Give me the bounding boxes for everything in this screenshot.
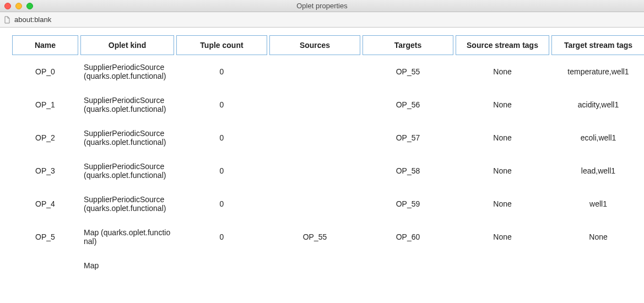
cell-stags: None — [456, 154, 549, 187]
cell-tuple: 0 — [176, 121, 267, 154]
cell-name: OP_0 — [12, 55, 78, 88]
table-row: Map — [12, 253, 644, 278]
cell-sources — [269, 121, 360, 154]
cell-stags: None — [456, 121, 549, 154]
cell-kind: SupplierPeriodicSource (quarks.oplet.fun… — [80, 187, 174, 220]
address-text: about:blank — [14, 15, 51, 24]
table-row: OP_0SupplierPeriodicSource (quarks.oplet… — [12, 55, 644, 88]
cell-name: OP_4 — [12, 187, 78, 220]
cell-sources — [269, 154, 360, 187]
cell-ttags: None — [551, 220, 644, 253]
window-controls — [4, 3, 33, 9]
cell-ttags: acidity,well1 — [551, 88, 644, 121]
cell-targets: OP_60 — [362, 220, 453, 253]
cell-tuple: 0 — [176, 88, 267, 121]
window-title-bar: Oplet properties — [0, 0, 644, 12]
cell-sources — [269, 187, 360, 220]
cell-ttags: lead,well1 — [551, 154, 644, 187]
cell-targets: OP_56 — [362, 88, 453, 121]
col-header-sources: Sources — [269, 35, 360, 55]
cell-targets: OP_55 — [362, 55, 453, 88]
zoom-icon[interactable] — [26, 3, 33, 9]
cell-ttags: temperature,well1 — [551, 55, 644, 88]
minimize-icon[interactable] — [15, 3, 22, 9]
col-header-kind: Oplet kind — [80, 35, 174, 55]
cell-tuple: 0 — [176, 220, 267, 253]
table-row: OP_4SupplierPeriodicSource (quarks.oplet… — [12, 187, 644, 220]
table-body: OP_0SupplierPeriodicSource (quarks.oplet… — [12, 55, 644, 278]
cell-tuple: 0 — [176, 187, 267, 220]
window-title: Oplet properties — [0, 2, 644, 10]
oplet-properties-table: Name Oplet kind Tuple count Sources Targ… — [10, 35, 644, 278]
cell-stags: None — [456, 187, 549, 220]
col-header-targets: Targets — [362, 35, 453, 55]
page-file-icon — [3, 16, 11, 24]
cell-ttags: well1 — [551, 187, 644, 220]
col-header-tuple: Tuple count — [176, 35, 267, 55]
cell-tuple: 0 — [176, 55, 267, 88]
cell-targets: OP_59 — [362, 187, 453, 220]
cell-kind: SupplierPeriodicSource (quarks.oplet.fun… — [80, 121, 174, 154]
cell-targets: OP_58 — [362, 154, 453, 187]
cell-name: OP_5 — [12, 220, 78, 253]
table-row: OP_5Map (quarks.oplet.functional)0OP_55O… — [12, 220, 644, 253]
col-header-source-tags: Source stream tags — [456, 35, 549, 55]
cell-kind: SupplierPeriodicSource (quarks.oplet.fun… — [80, 88, 174, 121]
cell-kind: Map (quarks.oplet.functional) — [80, 220, 174, 253]
cell-name: OP_2 — [12, 121, 78, 154]
cell-stags: None — [456, 220, 549, 253]
address-bar: about:blank — [0, 12, 644, 28]
table-header-row: Name Oplet kind Tuple count Sources Targ… — [12, 35, 644, 55]
cell-sources — [269, 88, 360, 121]
table-row: OP_1SupplierPeriodicSource (quarks.oplet… — [12, 88, 644, 121]
col-header-target-tags: Target stream tags — [551, 35, 644, 55]
close-icon[interactable] — [4, 3, 11, 9]
cell-sources — [269, 55, 360, 88]
cell-ttags: ecoli,well1 — [551, 121, 644, 154]
cell-targets: OP_57 — [362, 121, 453, 154]
cell-name: OP_1 — [12, 88, 78, 121]
cell-name: OP_3 — [12, 154, 78, 187]
content-area: Name Oplet kind Tuple count Sources Targ… — [0, 28, 644, 303]
cell-kind: SupplierPeriodicSource (quarks.oplet.fun… — [80, 154, 174, 187]
cell-stags: None — [456, 88, 549, 121]
table-row: OP_2SupplierPeriodicSource (quarks.oplet… — [12, 121, 644, 154]
col-header-name: Name — [12, 35, 78, 55]
cell-sources: OP_55 — [269, 220, 360, 253]
cell-kind: Map — [80, 253, 174, 278]
cell-tuple: 0 — [176, 154, 267, 187]
table-row: OP_3SupplierPeriodicSource (quarks.oplet… — [12, 154, 644, 187]
cell-kind: SupplierPeriodicSource (quarks.oplet.fun… — [80, 55, 174, 88]
cell-stags: None — [456, 55, 549, 88]
